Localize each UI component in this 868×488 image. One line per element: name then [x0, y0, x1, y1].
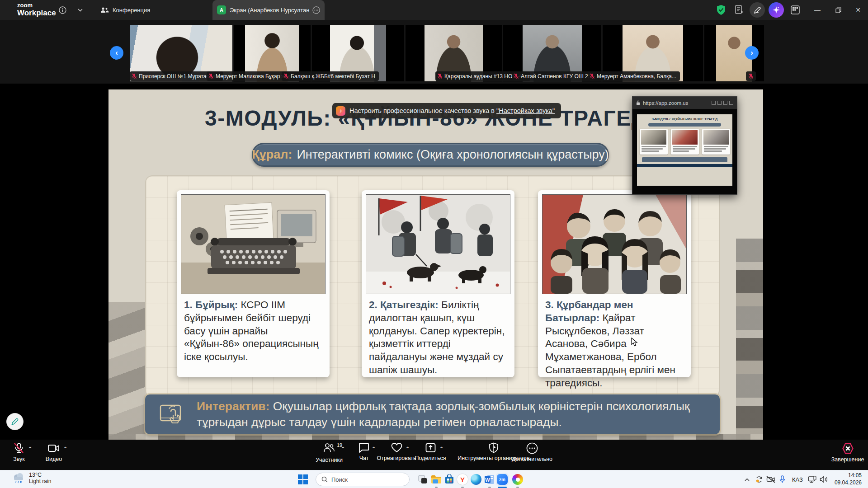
share-chevron[interactable]: ⌃ — [439, 446, 443, 452]
mic-muted-icon — [13, 442, 25, 454]
video-strip: ‹ › Приозерск ОШ №1 Муратасил... М — [0, 20, 868, 84]
weather-condition: Light rain — [29, 478, 51, 484]
pip-titlebar[interactable]: https://app.zoom.us — [632, 97, 737, 109]
camera-off-icon[interactable] — [765, 470, 777, 488]
typewriter-illustration — [181, 194, 326, 294]
more-button[interactable]: Дополнительно — [505, 442, 559, 462]
end-meeting-button[interactable]: Завершение — [827, 442, 868, 463]
tray-date: 09.04.2026 — [835, 479, 862, 487]
camera-icon — [47, 442, 60, 454]
muted-mic-icon — [283, 73, 289, 79]
muted-mic-icon — [748, 73, 754, 79]
mic-in-use-icon[interactable] — [777, 470, 788, 488]
speaker-icon[interactable] — [818, 470, 830, 488]
card-2-text: 2. Қатыгездік: Биліктің диалогтан қашып,… — [366, 294, 510, 377]
strip-prev-button[interactable]: ‹ — [110, 46, 123, 60]
pip-url: https://app.zoom.us — [643, 100, 688, 106]
pip-mini-card — [702, 129, 730, 155]
soldiers-illustration — [366, 194, 510, 294]
tab-conference[interactable]: Конференция — [96, 0, 155, 20]
music-note-icon: ♪ — [336, 106, 345, 116]
zoom-workplace-logo: zoom Workplace — [17, 2, 56, 17]
clock[interactable]: 14:05 09.04.2026 — [830, 472, 868, 486]
apps-grid-icon[interactable] — [788, 0, 803, 20]
ms-store-icon[interactable] — [443, 473, 456, 486]
audio-quality-toast: ♪ Настроить профессиональное качество зв… — [332, 103, 561, 118]
muted-mic-icon — [437, 73, 443, 79]
slide-card-2: 2. Қатыгездік: Биліктің диалогтан қашып,… — [362, 190, 514, 377]
taskbar-search[interactable]: Поиск — [316, 473, 410, 486]
react-chevron[interactable]: ⌃ — [406, 446, 410, 452]
more-ellipsis-icon — [526, 442, 538, 454]
svg-text:W: W — [485, 477, 490, 483]
host-tools-shield-icon — [489, 442, 499, 453]
video-button[interactable]: Видео — [33, 442, 74, 462]
task-view-icon[interactable] — [416, 473, 429, 486]
weather-rain-icon — [12, 472, 25, 484]
search-placeholder: Поиск — [331, 476, 348, 483]
tray-chevron-icon[interactable] — [741, 470, 753, 488]
tab-screen-share[interactable]: A Экран (Анарбеков Нурсултан А... — [212, 0, 325, 20]
sound-settings-link[interactable]: "Настройках звука" — [496, 107, 555, 114]
close-button[interactable]: ✕ — [848, 0, 868, 20]
touch-screen-icon — [159, 402, 185, 427]
browser-swirl-icon[interactable] — [511, 473, 524, 486]
slide-card-1: 1. Бұйрық: КСРО ІІМ бұйрығымен бейбіт ше… — [177, 190, 330, 377]
zoom-app-icon[interactable]: zm — [496, 473, 509, 486]
pip-slide-title: 3-МОДУЛЬ: «ҚҰЙЫН-86» ЖӘНЕ ТРАГЕД — [639, 117, 730, 121]
pip-preview-window[interactable]: https://app.zoom.us 3-МОДУЛЬ: «ҚҰЙЫН-86»… — [632, 96, 737, 195]
pip-window-controls[interactable] — [712, 101, 733, 105]
zoom-toolbar: Звук ⌃ Видео ⌃ 19 Участники ⌃ Чат ⌃ Отре… — [0, 440, 868, 470]
tab-conference-label: Конференция — [113, 7, 150, 14]
participant-name-partial — [746, 71, 756, 81]
start-button[interactable] — [297, 473, 309, 486]
sync-icon[interactable] — [753, 470, 765, 488]
edge-icon[interactable] — [470, 473, 482, 486]
info-icon[interactable] — [55, 0, 70, 20]
search-icon — [321, 476, 328, 483]
pip-mini-card — [671, 129, 699, 155]
tab-options-icon[interactable] — [312, 6, 320, 14]
participant-name: Алтай Сатпенов КГУ ОШ 25 — [512, 71, 594, 81]
slide-card-3: 3. Құрбандар мен Батырлар: Қайрат Рысқұл… — [538, 190, 691, 377]
weather-widget[interactable]: 13°C Light rain — [12, 472, 51, 484]
restore-button[interactable] — [828, 0, 848, 20]
participant-name: Меруерт Аманбековна, Балқа... — [588, 71, 680, 81]
captions-icon[interactable] — [731, 0, 747, 20]
chevron-down-icon[interactable] — [73, 0, 87, 20]
tray-time: 14:05 — [835, 472, 862, 479]
photo-collage-right — [736, 239, 763, 440]
interactive-text: Интерактив: Оқушылар цифрлық тақтада зор… — [197, 399, 720, 430]
slide-subtitle: Құрал: Интерактивті комикс (Оқиға хронол… — [252, 143, 609, 167]
card-3-text: 3. Құрбандар мен Батырлар: Қайрат Рысқұл… — [542, 294, 687, 390]
heart-icon — [391, 442, 403, 453]
chat-icon — [358, 442, 370, 453]
portraits-illustration — [542, 194, 687, 294]
tab-screen-share-label: Экран (Анарбеков Нурсултан А... — [230, 7, 309, 14]
system-tray: КАЗ 14:05 09.04.2026 — [741, 470, 868, 488]
network-display-icon[interactable] — [807, 470, 818, 488]
word-icon[interactable]: W — [483, 473, 496, 486]
share-screen-icon — [425, 442, 436, 453]
language-indicator[interactable]: КАЗ — [788, 470, 807, 488]
card-1-text: 1. Бұйрық: КСРО ІІМ бұйрығымен бейбіт ше… — [181, 294, 326, 364]
annotation-pencil-button[interactable] — [6, 413, 24, 430]
minimize-button[interactable]: — — [807, 0, 827, 20]
security-shield-icon[interactable] — [713, 0, 729, 20]
muted-mic-icon — [514, 73, 519, 79]
yandex-browser-icon[interactable]: Y — [456, 473, 469, 486]
end-meeting-icon — [842, 442, 854, 455]
share-button[interactable]: Поделиться — [410, 442, 451, 461]
mouse-cursor — [631, 338, 639, 347]
chat-chevron[interactable]: ⌃ — [372, 446, 376, 452]
pip-interactive-bar — [642, 157, 727, 162]
muted-mic-icon — [208, 73, 214, 79]
video-options-chevron[interactable]: ⌃ — [63, 446, 67, 452]
annotate-pencil-icon[interactable] — [750, 2, 765, 18]
file-explorer-icon[interactable] — [430, 473, 443, 486]
strip-next-button[interactable]: › — [745, 46, 759, 60]
ai-companion-icon[interactable] — [769, 2, 784, 18]
audio-options-chevron[interactable]: ⌃ — [28, 446, 32, 452]
participant-name: Балқаш қ.ЖББ#6 мектебі Бухат Н — [282, 71, 379, 81]
photo-collage-left — [108, 302, 146, 440]
